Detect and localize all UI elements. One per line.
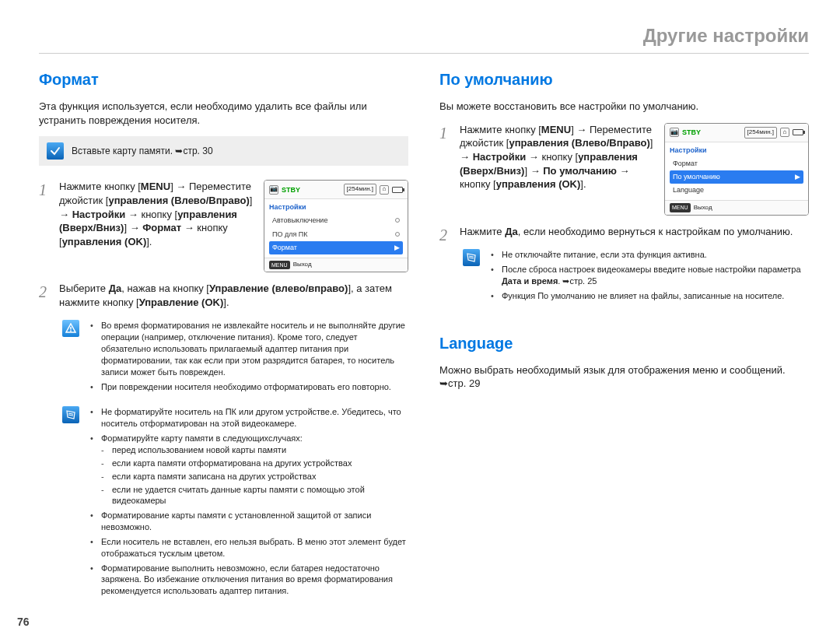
svg-point-1 [70,331,72,332]
insert-card-text: Вставьте карту памяти. ➥стр. 30 [72,145,213,157]
heading-language: Language [439,333,809,354]
time-remaining: [254мин.] [744,127,777,139]
menu-row[interactable]: Формат [670,157,803,170]
heading-format: Формат [39,69,408,90]
menu-title: Настройки [269,202,403,212]
info-note: Если носитель не вставлен, его нельзя вы… [90,536,408,560]
format-step-1: Нажмите кнопку [MENU] → Переместите джой… [59,180,256,248]
display-screenshot-format: 📷 STBY [254мин.] ⌂ Настройки Автовыключе… [264,180,408,272]
menu-button[interactable]: MENU [670,203,691,212]
info-note: Не отключайте питание, если эта функция … [491,249,809,261]
stby-indicator: STBY [282,185,341,195]
page-title: Другие настройки [39,23,809,54]
page-number: 76 [17,615,30,630]
radio-icon [395,218,400,223]
memory-icon: ⌂ [780,128,789,137]
battery-icon [392,187,403,193]
info-icon [62,406,79,423]
default-step-2: Нажмите Да, если необходимо вернуться к … [439,225,809,239]
battery-icon [793,129,803,135]
mode-icon: 📷 [670,128,679,137]
display-screenshot-default: 📷 STBY [254мин.] ⌂ Настройки Формат [664,123,809,216]
menu-row-selected[interactable]: По умолчанию ▶ [670,170,803,184]
warning-note: Во время форматирования не извлекайте но… [90,320,408,377]
time-remaining: [254мин.] [344,184,376,195]
section-format: Формат Эта функция используется, если не… [39,69,408,611]
info-note: Форматируйте карту памяти в следующихслу… [90,433,408,507]
menu-title: Настройки [670,146,803,155]
svg-line-2 [68,413,73,414]
radio-icon [395,232,400,237]
format-intro: Эта функция используется, если необходим… [39,100,408,127]
menu-button[interactable]: MENU [269,261,290,269]
info-note: Функция По умолчанию не влияет на файлы,… [491,290,809,302]
menu-row[interactable]: Автовыключение [269,214,403,227]
info-subnote: если карта памяти отформатирована на дру… [101,458,408,469]
language-intro: Можно выбрать необходимый язык для отобр… [439,363,809,391]
insert-card-note: Вставьте карту памяти. ➥стр. 30 [39,136,408,166]
info-subnote: перед использованием новой карты памяти [101,444,408,456]
warning-icon [62,320,79,337]
note-icon [47,142,64,160]
info-note: Форматирование выполнить невозможно, есл… [90,563,408,598]
info-subnote: если карта памяти записана на других уст… [101,471,408,482]
menu-row[interactable]: Language [670,184,803,197]
footer-exit-label: Выход [694,204,712,212]
default-step-1: Нажмите кнопку [MENU] → Переместите джой… [460,123,656,191]
info-icon [463,249,480,266]
section-default-and-language: По умолчанию Вы можете восстановить все … [439,69,809,399]
default-intro: Вы можете восстановить все настройки по … [439,100,809,114]
menu-row[interactable]: ПО для ПК [269,228,403,241]
menu-row-selected[interactable]: Формат ▶ [269,241,403,254]
info-note: После сброса настроек видеокамеры введит… [491,264,809,287]
info-note: Не форматируйте носитель на ПК или друго… [90,406,408,430]
mode-icon: 📷 [269,185,278,195]
info-subnote: если не удается считать данные карты пам… [101,484,408,507]
info-note: Форматирование карты памяти с установлен… [90,510,408,533]
memory-icon: ⌂ [380,185,389,195]
svg-line-4 [469,256,474,257]
footer-exit-label: Выход [293,261,312,269]
heading-default: По умолчанию [439,69,809,90]
warning-note: При повреждении носителя необходимо отфо… [90,381,408,393]
format-step-2: Выберите Да, нажав на кнопку [Управление… [39,282,408,309]
chevron-right-icon: ▶ [795,172,800,181]
chevron-right-icon: ▶ [394,243,400,252]
svg-line-5 [469,258,474,258]
svg-line-3 [68,415,73,416]
stby-indicator: STBY [682,128,741,137]
